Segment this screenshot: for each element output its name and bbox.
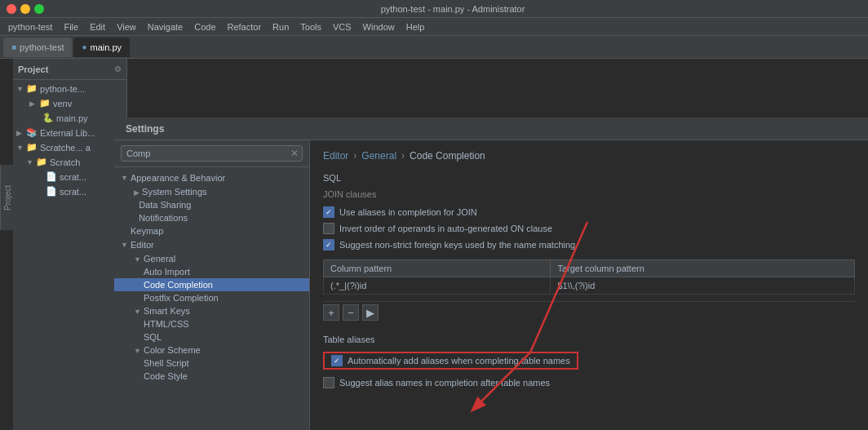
menu-project[interactable]: python-test <box>3 20 57 33</box>
tree-item-ext-lib[interactable]: ▶ 📚 External Lib... <box>13 126 126 140</box>
project-panel-label[interactable]: Project <box>0 165 15 230</box>
stree-subchild-sql[interactable]: SQL <box>114 330 309 344</box>
settings-body: ✕ ▼ Appearance & Behavior ▶ System Setti… <box>114 140 868 430</box>
stree-label-code-completion: Code Completion <box>144 280 213 290</box>
stree-label-auto-import: Auto Import <box>144 267 190 277</box>
scratch-file-icon-2: 📄 <box>46 186 57 197</box>
stree-child-color-scheme[interactable]: ▼ Color Scheme <box>114 344 309 357</box>
tree-item-venv[interactable]: ▶ 📁 venv <box>13 96 126 111</box>
scratches-folder-icon: 📁 <box>26 142 38 153</box>
menu-navigate[interactable]: Navigate <box>143 20 188 33</box>
stree-label-smart-keys: Smart Keys <box>144 306 190 316</box>
checkbox-auto-add-aliases[interactable] <box>331 355 343 366</box>
menu-edit[interactable]: Edit <box>85 20 110 33</box>
tree-label-scratches: Scratche... a <box>40 143 91 153</box>
checkbox-row-invert-order: Invert order of operands in auto-generat… <box>323 220 855 237</box>
breadcrumb-general[interactable]: General <box>361 150 396 162</box>
settings-dialog-title: Settings <box>126 123 164 135</box>
menu-window[interactable]: Window <box>358 20 400 33</box>
menu-run[interactable]: Run <box>268 20 294 33</box>
stree-child-keymap[interactable]: Keymap <box>114 224 309 237</box>
search-input[interactable] <box>121 145 303 162</box>
maximize-button[interactable] <box>34 4 44 14</box>
folder-icon: 📁 <box>26 83 38 95</box>
table-aliases-label: Table aliases <box>323 335 855 344</box>
sidebar-gear-icon[interactable]: ⚙ <box>114 64 122 73</box>
stree-label-shell-script: Shell Script <box>144 358 189 368</box>
breadcrumb-code-completion: Code Completion <box>410 150 485 162</box>
checkbox-use-aliases[interactable] <box>323 206 334 218</box>
checkbox-label-invert-order: Invert order of operands in auto-generat… <box>339 224 552 233</box>
minimize-button[interactable] <box>20 4 30 14</box>
settings-dialog: Settings ✕ ▼ Appearance & Behavior <box>114 117 868 430</box>
tab-project[interactable]: ■ python-test <box>3 38 72 57</box>
highlighted-checkbox-wrapper: Automatically add aliases when completin… <box>323 352 578 370</box>
stree-child-notifications[interactable]: Notifications <box>114 211 309 224</box>
menu-help[interactable]: Help <box>401 20 430 33</box>
menu-view[interactable]: View <box>112 20 141 33</box>
tab-main-py[interactable]: ● main.py <box>73 38 130 57</box>
stree-section-appearance: ▼ Appearance & Behavior ▶ System Setting… <box>114 171 309 224</box>
checkbox-invert-order[interactable] <box>323 223 334 234</box>
sidebar-title: Project <box>18 64 48 74</box>
tree-label-scratch-file-2: scrat... <box>60 187 86 197</box>
checkbox-suggest-alias[interactable] <box>323 377 334 388</box>
remove-row-button[interactable]: − <box>343 304 359 321</box>
checkbox-suggest-foreign[interactable] <box>323 239 334 250</box>
tree-item-scratch-file-2[interactable]: 📄 scrat... <box>13 184 126 199</box>
stree-subchild-shell-script[interactable]: Shell Script <box>114 357 309 370</box>
arrow-down-icon-5: ▼ <box>134 347 141 355</box>
stree-subchild-auto-import[interactable]: Auto Import <box>114 265 309 278</box>
section-sql-label: SQL <box>323 173 855 183</box>
venv-folder-icon: 📁 <box>39 98 51 109</box>
table-cell-col-pattern: (.*_|(?i)id <box>324 277 551 295</box>
close-button[interactable] <box>7 4 16 14</box>
stree-subchild-html-css[interactable]: HTML/CSS <box>114 317 309 330</box>
scratch-folder-icon: 📁 <box>36 157 47 168</box>
breadcrumb-arrow-1: › <box>353 150 356 162</box>
add-row-button[interactable]: + <box>323 304 339 321</box>
stree-label-html-css: HTML/CSS <box>144 319 189 329</box>
tree-item-main-py[interactable]: 🐍 main.py <box>13 111 126 126</box>
menu-code[interactable]: Code <box>189 20 220 33</box>
stree-subchild-code-completion[interactable]: Code Completion <box>114 278 309 291</box>
arrow-down-icon: ▼ <box>121 174 131 182</box>
menu-file[interactable]: File <box>59 20 83 33</box>
tree-item-scratch-file-1[interactable]: 📄 scrat... <box>13 170 126 184</box>
stree-child-smart-keys[interactable]: ▼ Smart Keys <box>114 304 309 317</box>
stree-section-editor: ▼ Editor ▼ General Auto Import Code Co <box>114 237 309 383</box>
table-row[interactable]: (.*_|(?i)id $1\\,(?i)id <box>324 277 855 295</box>
stree-header-appearance[interactable]: ▼ Appearance & Behavior <box>114 171 309 185</box>
breadcrumb-arrow-2: › <box>401 150 405 162</box>
project-icon: ■ <box>11 42 16 51</box>
checkbox-label-suggest-foreign: Suggest non-strict foreign keys used by … <box>339 240 575 250</box>
settings-sidebar: ✕ ▼ Appearance & Behavior ▶ System Setti… <box>114 140 310 430</box>
menu-tools[interactable]: Tools <box>295 20 326 33</box>
expand-icon: ▶ <box>29 100 39 108</box>
stree-child-system-settings[interactable]: ▶ System Settings <box>114 185 309 198</box>
stree-label-appearance: Appearance & Behavior <box>131 173 225 183</box>
menu-bar: python-test File Edit View Navigate Code… <box>0 18 868 36</box>
stree-subchild-postfix-completion[interactable]: Postfix Completion <box>114 291 309 304</box>
menu-refactor[interactable]: Refactor <box>223 20 267 33</box>
tab-project-label: python-test <box>20 42 64 52</box>
stree-label-keymap: Keymap <box>131 226 163 236</box>
stree-label-color-scheme: Color Scheme <box>144 345 201 355</box>
scratch-file-icon-1: 📄 <box>46 171 57 183</box>
stree-child-data-sharing[interactable]: Data Sharing <box>114 198 309 211</box>
stree-child-general[interactable]: ▼ General <box>114 252 309 265</box>
breadcrumb-editor[interactable]: Editor <box>323 150 348 162</box>
move-row-button[interactable]: ▶ <box>362 304 379 321</box>
stree-label-sql: SQL <box>144 332 162 342</box>
expand-icon: ▼ <box>16 144 26 152</box>
menu-vcs[interactable]: VCS <box>328 20 356 33</box>
stree-label-system-settings: System Settings <box>142 187 206 197</box>
tree-item-scratches[interactable]: ▼ 📁 Scratche... a <box>13 140 126 155</box>
clear-search-icon[interactable]: ✕ <box>290 148 299 159</box>
tree-item-scratch[interactable]: ▼ 📁 Scratch <box>13 155 126 170</box>
tree-item-python-test[interactable]: ▼ 📁 python-te... <box>13 82 126 96</box>
stree-header-editor[interactable]: ▼ Editor <box>114 237 309 252</box>
stree-label-postfix-completion: Postfix Completion <box>144 293 219 303</box>
arrow-down-icon-2: ▼ <box>121 241 131 249</box>
stree-subchild-code-style[interactable]: Code Style <box>114 370 309 383</box>
